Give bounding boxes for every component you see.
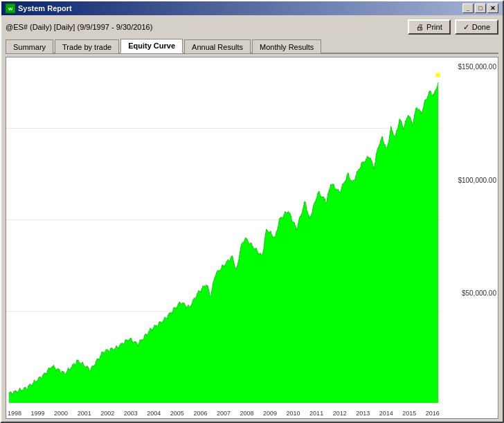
x-label: 2013: [356, 410, 370, 417]
x-label: 2009: [263, 410, 277, 417]
close-button[interactable]: ✕: [487, 3, 498, 13]
x-label: 1998: [8, 410, 21, 417]
x-label: 2006: [193, 410, 207, 417]
tab-summary[interactable]: Summary: [6, 39, 53, 53]
x-label: 2005: [170, 410, 184, 417]
info-and-buttons: @ES# (Daily) [Daily] (9/9/1997 - 9/30/20…: [6, 18, 498, 36]
x-label: 2010: [287, 410, 300, 417]
app-icon: w: [6, 3, 15, 13]
y-axis-labels: $150,000.00 $100,000.00 $50,000.00: [441, 57, 498, 418]
x-label: 1999: [31, 410, 45, 417]
x-label: 2014: [379, 410, 393, 417]
x-label: 2016: [426, 410, 440, 417]
x-label: 2002: [100, 410, 114, 417]
window-controls: _ □ ✕: [462, 3, 498, 13]
x-label: 2000: [54, 410, 68, 417]
x-label: 2008: [240, 410, 253, 417]
x-label: 2012: [333, 410, 347, 417]
tab-annual-results[interactable]: Annual Results: [184, 39, 251, 53]
x-label: 2001: [78, 410, 91, 417]
title-bar-left: w System Report: [6, 3, 72, 13]
maximize-button[interactable]: □: [475, 3, 486, 13]
chart-container: $150,000.00 $100,000.00 $50,000.00 19981…: [6, 57, 498, 419]
x-label: 2015: [402, 410, 416, 417]
x-label: 2003: [124, 410, 138, 417]
y-label-mid: $100,000.00: [442, 177, 496, 184]
main-window: w System Report _ □ ✕ @ES# (Daily) [Dail…: [0, 0, 504, 423]
printer-icon: 🖨: [416, 23, 424, 31]
tab-trade-by-trade[interactable]: Trade by trade: [55, 39, 119, 53]
x-label: 2011: [309, 410, 323, 417]
done-button[interactable]: ✓ Done: [455, 19, 498, 35]
title-bar: w System Report _ □ ✕: [1, 1, 503, 15]
tab-monthly-results[interactable]: Monthly Results: [252, 39, 321, 53]
minimize-button[interactable]: _: [462, 3, 474, 13]
tabs-row: Summary Trade by trade Equity Curve Annu…: [6, 39, 498, 54]
x-axis-labels: 1998199920002001200220032004200520062007…: [6, 410, 441, 417]
chart-info: @ES# (Daily) [Daily] (9/9/1997 - 9/30/20…: [6, 23, 152, 31]
x-label: 2007: [217, 410, 231, 417]
x-label: 2004: [147, 410, 161, 417]
y-label-low: $50,000.00: [442, 289, 496, 297]
y-label-top: $150,000.00: [442, 63, 496, 71]
check-icon: ✓: [463, 23, 469, 32]
tab-equity-curve[interactable]: Equity Curve: [120, 39, 183, 53]
equity-curve-canvas: [6, 57, 441, 418]
window-title: System Report: [18, 4, 72, 12]
button-group: 🖨 Print ✓ Done: [408, 19, 498, 35]
print-button[interactable]: 🖨 Print: [408, 19, 451, 35]
content-area: @ES# (Daily) [Daily] (9/9/1997 - 9/30/20…: [1, 15, 503, 422]
